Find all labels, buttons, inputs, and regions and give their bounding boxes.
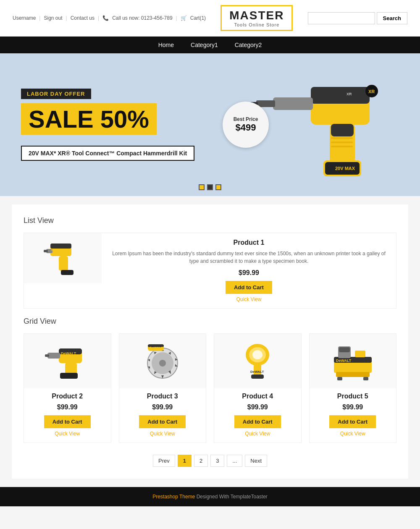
hero-carousel-dots (199, 184, 221, 190)
grid-quick-view-3[interactable]: Quick View (119, 431, 206, 437)
footer-brand-link[interactable]: Prestashop Theme (152, 494, 195, 500)
grid-quick-view-5[interactable]: Quick View (310, 431, 396, 437)
logo-title: MASTER (229, 9, 284, 22)
svg-text:DeWALT: DeWALT (336, 359, 352, 363)
grid-add-to-cart-4[interactable]: Add to Cart (234, 415, 281, 428)
nav-home[interactable]: Home (158, 42, 174, 48)
footer-text: Designed With TemplateToaster (197, 494, 268, 500)
pagination: Prev 1 2 3 ... Next (24, 455, 396, 467)
svg-rect-2 (273, 97, 313, 110)
grid-view-section: Grid View DeWALT Product 2 $99.99 (24, 317, 396, 443)
top-header: Username | Sign out | Contact us | 📞 Cal… (0, 0, 420, 37)
grid-product-item: DeWALT Product 4 $99.99 Add to Cart Quic… (214, 333, 302, 443)
grid-product-5-name: Product 5 (310, 393, 396, 400)
svg-text:DeWALT: DeWALT (51, 248, 65, 251)
svg-point-33 (159, 360, 166, 367)
list-product-item: DeWALT Product 1 Lorem Ipsum has been th… (24, 233, 396, 309)
grid-quick-view-2[interactable]: Quick View (24, 431, 111, 437)
hero-dot-2[interactable] (207, 184, 213, 190)
hero-banner: LABOR DAY OFFER SALE 50% 20V MAX* XR® To… (0, 53, 420, 196)
svg-text:DeWALT: DeWALT (317, 102, 341, 109)
list-product-desc: Lorem Ipsum has been the industry's stan… (110, 250, 388, 265)
page-ellipsis: ... (227, 455, 242, 467)
top-left-nav: Username | Sign out | Contact us | 📞 Cal… (13, 15, 206, 21)
price-badge: Best Price $499 (223, 102, 269, 148)
svg-rect-56 (339, 347, 350, 352)
username-link[interactable]: Username (13, 15, 36, 21)
list-add-to-cart-button[interactable]: Add to Cart (226, 281, 272, 294)
grid-quick-view-4[interactable]: Quick View (214, 431, 301, 437)
signout-link[interactable]: Sign out (44, 15, 62, 21)
svg-text:20V MAX: 20V MAX (335, 166, 355, 171)
list-product-info: Product 1 Lorem Ipsum has been the indus… (102, 233, 396, 308)
svg-rect-19 (59, 256, 68, 271)
svg-rect-58 (336, 372, 370, 377)
logo-subtitle: Tools Online Store (229, 22, 284, 27)
list-quick-view-link[interactable]: Quick View (110, 296, 388, 302)
page-3-button[interactable]: 3 (210, 455, 224, 467)
svg-rect-51 (251, 374, 264, 379)
grid-product-5-image: DeWALT (310, 334, 396, 388)
svg-rect-61 (363, 377, 368, 380)
next-page-button[interactable]: Next (245, 455, 267, 467)
nav-category1[interactable]: Category1 (191, 42, 218, 48)
hero-dot-3[interactable] (215, 184, 221, 190)
prev-page-button[interactable]: Prev (153, 455, 175, 467)
footer: Prestashop Theme Designed With TemplateT… (0, 487, 420, 506)
svg-rect-29 (60, 373, 78, 379)
grid-add-to-cart-2[interactable]: Add to Cart (44, 415, 91, 428)
search-area: Search (308, 12, 407, 24)
main-nav: Home Category1 Category2 (0, 37, 420, 53)
grid-add-to-cart-5[interactable]: Add to Cart (329, 415, 376, 428)
grid-product-2-image: DeWALT (24, 334, 111, 388)
list-product-name: Product 1 (110, 239, 388, 246)
svg-rect-6 (331, 124, 354, 136)
grid-product-2-price: $99.99 (24, 403, 111, 411)
hero-product-title: 20V MAX* XR® Tool Connect™ Compact Hamme… (21, 146, 194, 161)
svg-text:DeWALT: DeWALT (150, 346, 163, 350)
list-view-section: List View DeWALT Product 1 Lorem Ipsum h… (24, 216, 396, 309)
svg-rect-27 (45, 354, 49, 357)
svg-rect-21 (44, 250, 48, 252)
labor-badge: LABOR DAY OFFER (21, 89, 91, 99)
sale-text: SALE 50% (21, 103, 157, 135)
hero-content: LABOR DAY OFFER SALE 50% 20V MAX* XR® To… (0, 76, 215, 173)
svg-rect-57 (355, 351, 365, 357)
price-badge-label: Best Price (234, 116, 258, 122)
grid-product-3-name: Product 3 (119, 393, 206, 400)
svg-rect-1 (311, 87, 370, 104)
grid-product-4-image: DeWALT (214, 334, 301, 388)
cart-link[interactable]: Cart(1) (190, 15, 206, 21)
contact-link[interactable]: Contact us (71, 15, 94, 21)
svg-rect-12 (331, 137, 353, 139)
svg-rect-14 (331, 146, 353, 147)
grid-view-label: Grid View (24, 317, 396, 326)
grid-product-3-price: $99.99 (119, 403, 206, 411)
page-1-button[interactable]: 1 (178, 455, 192, 467)
cart-icon: 🛒 (181, 15, 187, 21)
svg-text:XR: XR (346, 92, 352, 96)
list-view-label: List View (24, 216, 396, 225)
grid-product-item: DeWALT Product 2 $99.99 Add to Cart Quic… (24, 333, 111, 443)
phone-icon: 📞 (102, 15, 109, 21)
list-product-image: DeWALT (24, 233, 102, 283)
page-2-button[interactable]: 2 (194, 455, 208, 467)
hero-dot-1[interactable] (199, 184, 205, 190)
grid-product-2-name: Product 2 (24, 393, 111, 400)
svg-rect-13 (331, 141, 353, 143)
grid-product-4-price: $99.99 (214, 403, 301, 411)
svg-text:DeWALT: DeWALT (250, 370, 264, 374)
svg-text:DeWALT: DeWALT (61, 351, 76, 356)
nav-category2[interactable]: Category2 (235, 42, 262, 48)
search-input[interactable] (308, 12, 375, 24)
logo[interactable]: MASTER Tools Online Store (220, 5, 293, 31)
svg-rect-60 (337, 377, 342, 380)
grid-product-item: DeWALT Product 5 $99.99 Add to Cart Quic… (309, 333, 397, 443)
search-button[interactable]: Search (377, 12, 407, 24)
grid-add-to-cart-3[interactable]: Add to Cart (139, 415, 186, 428)
products-container: List View DeWALT Product 1 Lorem Ipsum h… (12, 204, 408, 479)
svg-text:XR: XR (368, 89, 375, 94)
grid-products: DeWALT Product 2 $99.99 Add to Cart Quic… (24, 333, 396, 443)
grid-product-5-price: $99.99 (310, 403, 396, 411)
price-badge-value: $499 (236, 122, 256, 133)
